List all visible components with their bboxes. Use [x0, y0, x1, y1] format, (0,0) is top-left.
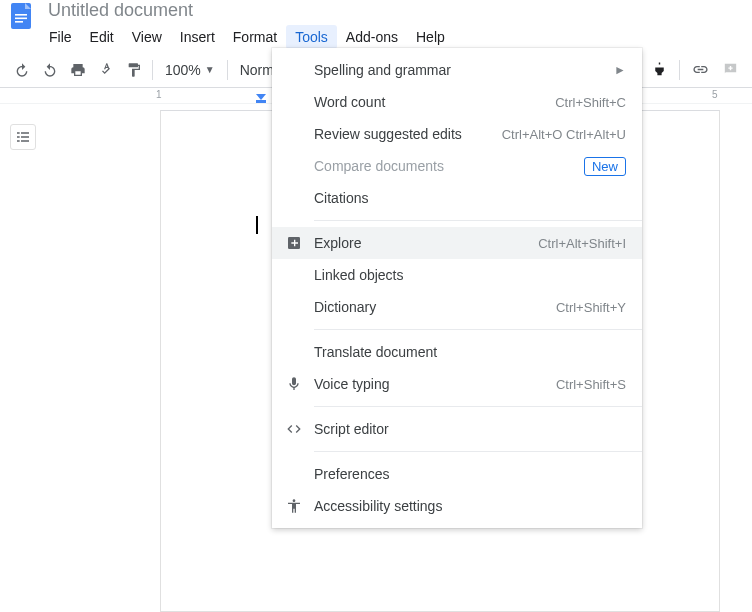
outline-icon [15, 129, 31, 145]
document-title[interactable]: Untitled document [48, 0, 193, 21]
menu-item-label: Linked objects [314, 267, 404, 283]
undo-icon [14, 62, 30, 78]
chevron-down-icon: ▼ [205, 64, 215, 75]
menu-item-spelling-and-grammar[interactable]: Spelling and grammar► [272, 54, 642, 86]
menu-item-accessibility-settings[interactable]: Accessibility settings [272, 490, 642, 522]
menu-item-compare-documents: Compare documentsNew [272, 150, 642, 182]
menu-format[interactable]: Format [224, 25, 286, 49]
menu-addons[interactable]: Add-ons [337, 25, 407, 49]
menu-item-label: Voice typing [314, 376, 390, 392]
menu-item-explore[interactable]: ExploreCtrl+Alt+Shift+I [272, 227, 642, 259]
spellcheck-button[interactable] [92, 56, 120, 84]
menu-item-label: Citations [314, 190, 368, 206]
redo-icon [42, 62, 58, 78]
menu-item-label: Accessibility settings [314, 498, 442, 514]
print-button[interactable] [64, 56, 92, 84]
tools-menu-dropdown: Spelling and grammar►Word countCtrl+Shif… [272, 48, 642, 528]
zoom-value: 100% [165, 62, 201, 78]
svg-rect-4 [256, 100, 266, 103]
menu-separator [314, 220, 642, 221]
insert-link-button[interactable] [686, 56, 714, 84]
menu-bar: File Edit View Insert Format Tools Add-o… [40, 24, 752, 50]
toolbar-separator [679, 60, 680, 80]
menu-item-linked-objects[interactable]: Linked objects [272, 259, 642, 291]
spellcheck-icon [98, 62, 114, 78]
menu-tools[interactable]: Tools [286, 25, 337, 49]
redo-button[interactable] [36, 56, 64, 84]
docs-app-icon[interactable] [8, 2, 36, 30]
indent-marker[interactable] [256, 94, 266, 104]
highlighter-icon [651, 61, 668, 78]
menu-item-citations[interactable]: Citations [272, 182, 642, 214]
menu-separator [314, 451, 642, 452]
menu-item-translate-document[interactable]: Translate document [272, 336, 642, 368]
menu-item-label: Preferences [314, 466, 389, 482]
paint-roller-icon [126, 62, 142, 78]
menu-item-review-suggested-edits[interactable]: Review suggested editsCtrl+Alt+O Ctrl+Al… [272, 118, 642, 150]
svg-rect-1 [15, 14, 27, 16]
menu-item-label: Dictionary [314, 299, 376, 315]
add-comment-button[interactable] [716, 56, 744, 84]
menu-item-dictionary[interactable]: DictionaryCtrl+Shift+Y [272, 291, 642, 323]
menu-item-shortcut: Ctrl+Alt+Shift+I [538, 236, 626, 251]
text-caret [256, 216, 258, 234]
explore-icon [284, 233, 304, 253]
menu-separator [314, 406, 642, 407]
menu-help[interactable]: Help [407, 25, 454, 49]
toolbar-separator [152, 60, 153, 80]
toolbar-separator [227, 60, 228, 80]
zoom-dropdown[interactable]: 100% ▼ [157, 62, 223, 78]
menu-item-shortcut: Ctrl+Shift+Y [556, 300, 626, 315]
link-icon [692, 61, 709, 78]
highlight-color-button[interactable] [645, 56, 673, 84]
menu-file[interactable]: File [40, 25, 81, 49]
new-badge: New [584, 157, 626, 176]
submenu-arrow-icon: ► [614, 63, 626, 77]
menu-item-label: Explore [314, 235, 361, 251]
ruler-tick: 5 [712, 89, 718, 100]
menu-item-voice-typing[interactable]: Voice typingCtrl+Shift+S [272, 368, 642, 400]
menu-insert[interactable]: Insert [171, 25, 224, 49]
menu-item-label: Compare documents [314, 158, 444, 174]
menu-view[interactable]: View [123, 25, 171, 49]
menu-separator [314, 329, 642, 330]
add-comment-icon [722, 61, 739, 78]
script-icon [284, 419, 304, 439]
docs-logo-icon [8, 2, 36, 30]
svg-rect-3 [15, 21, 23, 23]
indent-marker-icon [256, 94, 266, 104]
print-icon [70, 62, 86, 78]
ruler-tick: 1 [156, 89, 162, 100]
undo-button[interactable] [8, 56, 36, 84]
menu-item-shortcut: Ctrl+Shift+S [556, 377, 626, 392]
paint-format-button[interactable] [120, 56, 148, 84]
document-outline-button[interactable] [10, 124, 36, 150]
menu-item-preferences[interactable]: Preferences [272, 458, 642, 490]
menu-item-shortcut: Ctrl+Alt+O Ctrl+Alt+U [502, 127, 626, 142]
menu-item-label: Script editor [314, 421, 389, 437]
menu-item-label: Review suggested edits [314, 126, 462, 142]
menu-edit[interactable]: Edit [81, 25, 123, 49]
menu-item-label: Word count [314, 94, 385, 110]
menu-item-shortcut: Ctrl+Shift+C [555, 95, 626, 110]
menu-item-label: Spelling and grammar [314, 62, 451, 78]
accessibility-icon [284, 496, 304, 516]
mic-icon [284, 374, 304, 394]
svg-rect-2 [15, 18, 27, 20]
menu-item-label: Translate document [314, 344, 437, 360]
menu-item-word-count[interactable]: Word countCtrl+Shift+C [272, 86, 642, 118]
menu-item-script-editor[interactable]: Script editor [272, 413, 642, 445]
